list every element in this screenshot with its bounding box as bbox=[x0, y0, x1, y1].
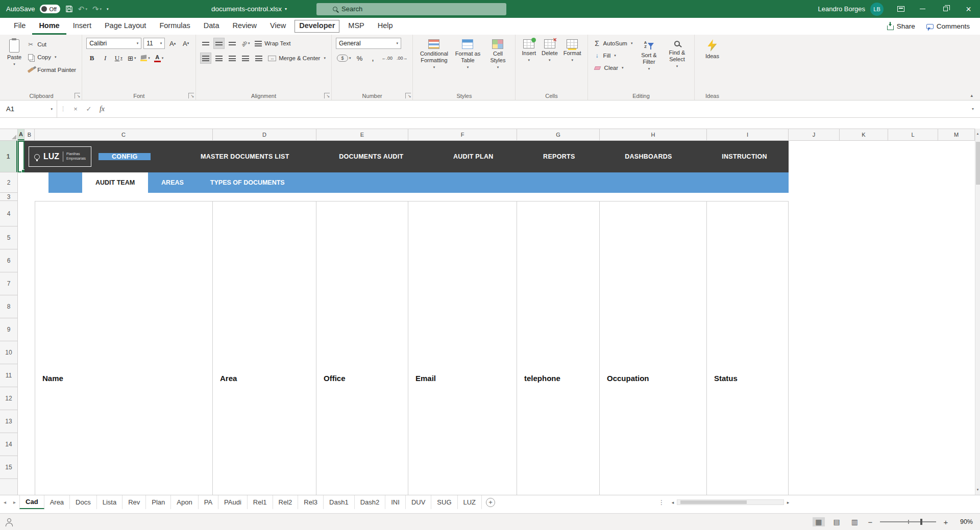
user-name[interactable]: Leandro Borges bbox=[818, 5, 865, 13]
row-header-8[interactable]: 8 bbox=[0, 295, 17, 318]
table-header-cell[interactable]: Status ▾ bbox=[707, 201, 789, 495]
sheet-tab[interactable]: Lista bbox=[97, 495, 122, 509]
name-box[interactable]: A1▾ bbox=[0, 100, 57, 117]
sheet-tab[interactable]: Plan bbox=[146, 495, 171, 509]
row-header-14[interactable]: 14 bbox=[0, 433, 17, 456]
vertical-scroll-thumb[interactable] bbox=[976, 142, 980, 185]
bold-button[interactable]: B bbox=[86, 53, 97, 64]
number-format-select[interactable]: General▾ bbox=[336, 38, 401, 49]
comments-button[interactable]: Comments bbox=[926, 22, 970, 30]
formula-input[interactable] bbox=[109, 100, 966, 117]
column-header-h[interactable]: H bbox=[600, 129, 707, 140]
subtab-link[interactable]: AREAS bbox=[148, 172, 197, 193]
search-box[interactable]: Search bbox=[316, 3, 506, 15]
table-header-cell[interactable]: Name ▾ bbox=[35, 201, 213, 495]
number-dialog-launcher[interactable]: ↘ bbox=[405, 93, 411, 98]
tab-file[interactable]: File bbox=[7, 18, 32, 35]
align-left-button[interactable] bbox=[200, 53, 211, 64]
column-header-c[interactable]: C bbox=[35, 129, 213, 140]
sheet-tab[interactable]: PA bbox=[199, 495, 218, 509]
percent-style-button[interactable]: % bbox=[354, 53, 365, 64]
bottom-align-button[interactable] bbox=[227, 38, 238, 49]
autosum-button[interactable]: ΣAutoSum▾ bbox=[592, 38, 634, 49]
cancel-entry-button[interactable]: × bbox=[69, 105, 82, 113]
decrease-decimal-button[interactable]: .00→ bbox=[396, 53, 409, 64]
row-header-4[interactable]: 4 bbox=[0, 201, 17, 226]
top-align-button[interactable] bbox=[200, 38, 211, 49]
decrease-indent-button[interactable] bbox=[240, 53, 251, 64]
subtab-link[interactable]: AUDIT TEAM bbox=[82, 172, 148, 193]
workbook-nav-link[interactable]: DOCUMENTS AUDIT bbox=[339, 153, 403, 160]
column-header-l[interactable]: L bbox=[888, 129, 938, 140]
avatar[interactable]: LB bbox=[870, 3, 884, 16]
workbook-nav-link[interactable]: CONFIG bbox=[99, 153, 151, 160]
horizontal-scroll-track[interactable] bbox=[677, 499, 784, 505]
restore-button[interactable] bbox=[934, 0, 957, 18]
workbook-nav-link[interactable]: REPORTS bbox=[543, 153, 575, 160]
sheet-tab[interactable]: Rev bbox=[122, 495, 146, 509]
workbook-nav-link[interactable]: DASHBOARDS bbox=[625, 153, 672, 160]
clear-button[interactable]: Clear▾ bbox=[592, 62, 634, 73]
paste-button[interactable]: Paste ▾ bbox=[5, 37, 23, 68]
row-header-3[interactable]: 3 bbox=[0, 193, 17, 201]
row-header-11[interactable]: 11 bbox=[0, 364, 17, 387]
workbook-nav-link[interactable]: MASTER DOCUMENTS LIST bbox=[201, 153, 289, 160]
format-painter-button[interactable]: Format Painter bbox=[25, 64, 78, 75]
wrap-text-button[interactable]: Wrap Text bbox=[253, 38, 292, 49]
customize-quick-access-button[interactable]: ▾ bbox=[107, 7, 109, 11]
tab-formulas[interactable]: Formulas bbox=[153, 18, 197, 35]
find-select-button[interactable]: Find & Select ▾ bbox=[664, 37, 690, 70]
scroll-down-arrow[interactable]: ▾ bbox=[975, 488, 980, 492]
sheet-tab[interactable]: INI bbox=[385, 495, 406, 509]
select-all-corner[interactable] bbox=[0, 129, 18, 140]
tab-msp[interactable]: MSP bbox=[341, 18, 371, 35]
zoom-slider-thumb[interactable] bbox=[920, 519, 922, 525]
normal-view-button[interactable]: ▦ bbox=[813, 517, 824, 526]
column-header-m[interactable]: M bbox=[938, 129, 975, 140]
column-header-g[interactable]: G bbox=[517, 129, 600, 140]
sheet-tab[interactable]: Cad bbox=[19, 495, 44, 509]
table-header-cell[interactable]: Occupation ▾ bbox=[600, 201, 707, 495]
page-layout-view-button[interactable]: ▤ bbox=[831, 517, 843, 526]
scroll-left-arrow[interactable]: ◂ bbox=[669, 500, 677, 505]
minimize-button[interactable] bbox=[911, 0, 934, 18]
fill-button[interactable]: ↓Fill▾ bbox=[592, 50, 634, 61]
enter-entry-button[interactable]: ✓ bbox=[82, 105, 95, 113]
row-header-9[interactable]: 9 bbox=[0, 318, 17, 341]
tab-splitter-handle[interactable]: ⋮ bbox=[654, 499, 669, 506]
sheet-tab[interactable]: DUV bbox=[406, 495, 431, 509]
zoom-in-button[interactable]: + bbox=[942, 518, 949, 526]
orientation-button[interactable]: ab▾ bbox=[240, 38, 251, 49]
tab-view[interactable]: View bbox=[263, 18, 292, 35]
underline-button[interactable]: U▾ bbox=[113, 53, 124, 64]
collapse-ribbon-button[interactable]: ▴ bbox=[970, 93, 973, 98]
copy-button[interactable]: Copy▾ bbox=[25, 52, 78, 63]
close-button[interactable]: × bbox=[957, 0, 980, 18]
column-header-e[interactable]: E bbox=[316, 129, 408, 140]
row-header-6[interactable]: 6 bbox=[0, 249, 17, 272]
sheet-tab[interactable]: LUZ bbox=[458, 495, 482, 509]
sheet-tab[interactable]: Dash2 bbox=[355, 495, 386, 509]
zoom-out-button[interactable]: − bbox=[867, 518, 874, 526]
font-color-button[interactable]: A▾ bbox=[153, 53, 165, 64]
tab-home[interactable]: Home bbox=[32, 18, 66, 35]
increase-indent-button[interactable] bbox=[253, 53, 264, 64]
formula-bar-handle[interactable]: ⋮ bbox=[57, 106, 69, 112]
align-right-button[interactable] bbox=[227, 53, 238, 64]
ribbon-display-options-button[interactable] bbox=[891, 0, 911, 18]
alignment-dialog-launcher[interactable]: ↘ bbox=[324, 93, 330, 98]
merge-center-button[interactable]: ↔Merge & Center▾ bbox=[266, 53, 327, 64]
increase-font-size-button[interactable]: A▴ bbox=[167, 38, 178, 49]
column-header-a[interactable]: A bbox=[18, 129, 24, 140]
sheet-tab[interactable]: Rel3 bbox=[298, 495, 324, 509]
italic-button[interactable]: I bbox=[100, 53, 111, 64]
tab-insert[interactable]: Insert bbox=[66, 18, 98, 35]
align-center-button[interactable] bbox=[213, 53, 225, 64]
row-header-1[interactable]: 1 bbox=[0, 141, 17, 172]
conditional-formatting-button[interactable]: Conditional Formatting ▾ bbox=[417, 37, 451, 71]
column-header-j[interactable]: J bbox=[789, 129, 840, 140]
scroll-up-arrow[interactable]: ▴ bbox=[975, 132, 980, 136]
table-header-cell[interactable]: Office ▾ bbox=[316, 201, 408, 495]
format-cells-button[interactable]: Format ▾ bbox=[561, 37, 583, 64]
sheet-nav-left-arrow[interactable]: ◂ bbox=[0, 495, 10, 509]
